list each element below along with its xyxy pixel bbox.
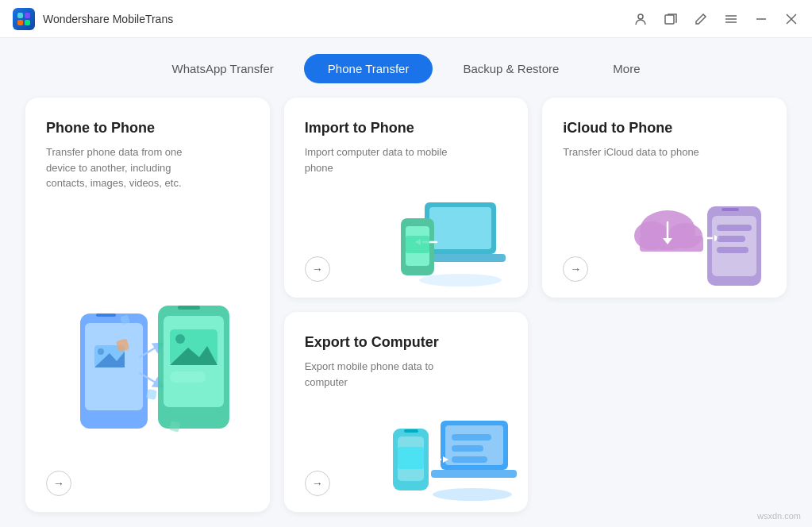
card-icloud-to-phone[interactable]: iCloud to Phone Transfer iCloud data to …: [542, 98, 787, 298]
card-phone-to-phone-desc: Transfer phone data from one device to a…: [46, 144, 189, 191]
card-icloud-to-phone-arrow[interactable]: →: [563, 256, 588, 282]
svg-point-29: [419, 274, 502, 287]
account-button[interactable]: [633, 11, 648, 27]
svg-point-24: [175, 334, 185, 344]
svg-point-49: [433, 488, 512, 501]
main-content: Phone to Phone Transfer phone data from …: [0, 98, 812, 527]
svg-rect-47: [717, 236, 745, 242]
svg-rect-0: [17, 13, 23, 18]
svg-rect-2: [17, 20, 23, 25]
svg-rect-55: [404, 429, 418, 433]
svg-rect-26: [170, 371, 206, 383]
card-phone-to-phone[interactable]: Phone to Phone Transfer phone data from …: [25, 98, 270, 512]
close-button[interactable]: [783, 11, 799, 27]
titlebar: Wondershare MobileTrans: [0, 0, 812, 38]
card-import-to-phone-arrow[interactable]: →: [305, 256, 330, 282]
card-export-to-computer-title: Export to Computer: [305, 334, 508, 351]
titlebar-left: Wondershare MobileTrans: [13, 8, 173, 30]
svg-rect-19: [146, 389, 157, 400]
card-export-to-computer[interactable]: Export to Computer Export mobile phone d…: [284, 312, 529, 512]
tab-whatsapp-transfer[interactable]: WhatsApp Transfer: [148, 54, 297, 83]
card-import-to-phone-desc: Import computer data to mobile phone: [305, 144, 448, 175]
watermark: wsxdn.com: [757, 511, 801, 521]
svg-rect-39: [722, 208, 739, 211]
nav-area: WhatsApp Transfer Phone Transfer Backup …: [0, 38, 812, 98]
edit-button[interactable]: [693, 11, 709, 27]
tab-phone-transfer[interactable]: Phone Transfer: [304, 54, 433, 83]
import-to-phone-illustration: [377, 187, 520, 290]
card-import-to-phone[interactable]: Import to Phone Import computer data to …: [284, 98, 529, 298]
tab-more[interactable]: More: [589, 54, 664, 83]
svg-rect-22: [178, 306, 200, 310]
card-export-to-computer-arrow[interactable]: →: [305, 471, 330, 496]
minimize-button[interactable]: [753, 11, 769, 27]
svg-rect-1: [25, 13, 30, 18]
export-to-computer-illustration: [369, 393, 520, 504]
card-icloud-to-phone-title: iCloud to Phone: [563, 120, 766, 137]
tab-backup-restore[interactable]: Backup & Restore: [439, 54, 583, 83]
card-phone-to-phone-title: Phone to Phone: [46, 120, 249, 137]
svg-rect-5: [665, 15, 674, 24]
card-icloud-to-phone-desc: Transfer iCloud data to phone: [563, 144, 706, 160]
svg-rect-14: [96, 314, 116, 317]
svg-rect-58: [452, 445, 483, 452]
svg-rect-31: [429, 207, 491, 249]
phone-to-phone-illustration: [25, 274, 270, 464]
svg-rect-60: [398, 447, 424, 469]
card-import-to-phone-title: Import to Phone: [305, 120, 508, 137]
svg-rect-36: [406, 236, 429, 253]
card-export-to-computer-desc: Export mobile phone data to computer: [305, 359, 448, 390]
svg-point-16: [98, 348, 104, 355]
app-icon: [13, 8, 35, 30]
svg-rect-59: [452, 456, 487, 463]
card-phone-to-phone-arrow[interactable]: →: [46, 471, 71, 496]
svg-rect-52: [431, 470, 517, 478]
titlebar-controls: [633, 11, 799, 27]
svg-rect-3: [25, 20, 30, 25]
menu-button[interactable]: [723, 11, 739, 27]
svg-rect-46: [717, 225, 752, 231]
svg-rect-48: [717, 247, 749, 253]
icloud-to-phone-illustration: [628, 179, 779, 290]
window-button[interactable]: [663, 11, 679, 27]
svg-rect-57: [452, 434, 491, 440]
app-name: Wondershare MobileTrans: [43, 13, 173, 25]
svg-point-4: [638, 14, 643, 19]
